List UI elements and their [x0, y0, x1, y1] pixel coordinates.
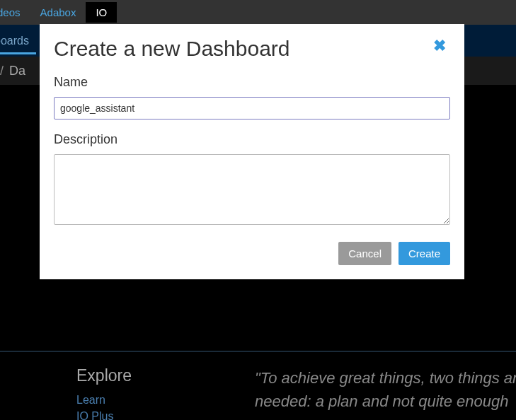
modal-title: Create a new Dashboard: [54, 37, 290, 61]
footer-quote: "To achieve great things, two things are…: [255, 366, 516, 413]
tab-adabox[interactable]: Adabox: [30, 2, 86, 23]
footer: Explore Learn IO Plus "To achieve great …: [0, 351, 516, 420]
tab-io[interactable]: IO: [86, 2, 117, 23]
name-input[interactable]: [54, 97, 450, 119]
breadcrumb-item[interactable]: Da: [9, 64, 25, 78]
modal-actions: Cancel Create: [54, 242, 450, 265]
footer-link-learn[interactable]: Learn: [76, 394, 132, 407]
cancel-button[interactable]: Cancel: [338, 242, 391, 265]
tab-videos[interactable]: deos: [0, 2, 30, 23]
breadcrumb-separator: /: [0, 64, 4, 78]
top-nav-tabs: deos Adabox IO: [0, 0, 516, 25]
description-textarea[interactable]: [54, 154, 450, 225]
footer-explore-column: Explore Learn IO Plus: [76, 366, 132, 420]
footer-explore-heading: Explore: [76, 366, 132, 385]
modal-header: Create a new Dashboard ✖: [54, 37, 450, 75]
description-label: Description: [54, 132, 450, 147]
create-dashboard-modal: Create a new Dashboard ✖ Name Descriptio…: [40, 24, 464, 279]
name-label: Name: [54, 75, 450, 90]
close-icon[interactable]: ✖: [429, 37, 450, 55]
create-button[interactable]: Create: [399, 242, 450, 265]
footer-link-ioplus[interactable]: IO Plus: [76, 410, 132, 420]
secondary-nav-dashboards[interactable]: boards: [0, 28, 36, 54]
